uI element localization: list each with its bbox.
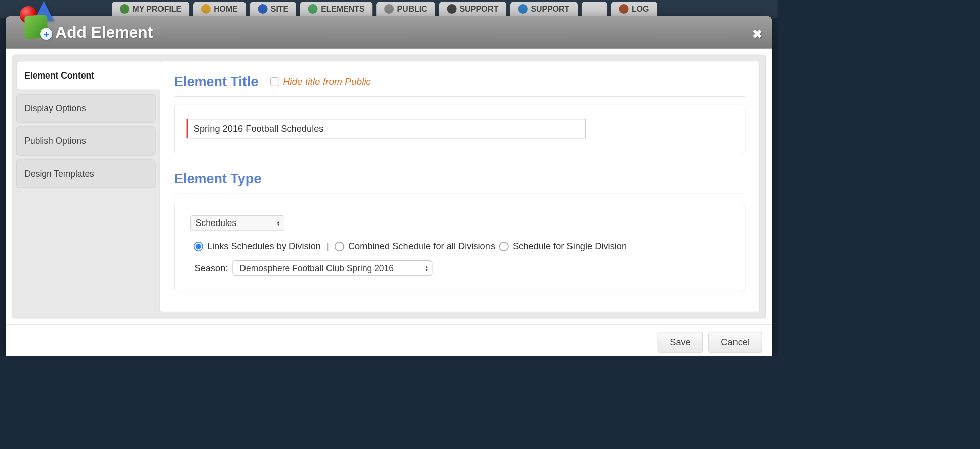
radio-links-by-division[interactable] — [194, 242, 203, 251]
add-element-modal: + Add Element ✖ Element Content Display … — [6, 16, 772, 356]
sidebar-tab-design-templates[interactable]: Design Templates — [16, 160, 156, 188]
hide-title-checkbox[interactable] — [270, 77, 279, 86]
season-label: Season: — [194, 263, 228, 273]
radio-separator: | — [326, 241, 329, 251]
modal-title: Add Element — [55, 23, 153, 41]
element-type-select[interactable]: Schedules — [190, 215, 284, 231]
element-title-input[interactable] — [187, 119, 586, 138]
save-button[interactable]: Save — [658, 332, 703, 353]
sidebar-tab-element-content[interactable]: Element Content — [16, 61, 160, 90]
element-type-box: Schedules ▲▼ Links Schedules by Division… — [174, 203, 745, 292]
hide-title-label: Hide title from Public — [283, 76, 371, 87]
radio-label-single-division: Schedule for Single Division — [513, 241, 627, 251]
radio-single-division[interactable] — [499, 242, 509, 251]
sidebar-tab-publish-options[interactable]: Publish Options — [16, 127, 156, 156]
close-icon[interactable]: ✖ — [752, 27, 762, 41]
main-content: Element Title Hide title from Public Ele… — [159, 61, 759, 312]
element-title-heading: Element Title — [174, 73, 258, 89]
radio-label-combined-schedule: Combined Schedule for all Divisions — [348, 241, 495, 251]
season-select[interactable]: Demosphere Football Club Spring 2016 — [233, 260, 433, 276]
sidebar: Element Content Display Options Publish … — [12, 55, 160, 318]
element-type-heading: Element Type — [174, 171, 745, 194]
radio-label-links-by-division: Links Schedules by Division — [207, 241, 321, 251]
modal-footer: Save Cancel — [6, 324, 772, 356]
modal-header: + Add Element ✖ — [6, 16, 772, 49]
sidebar-tab-display-options[interactable]: Display Options — [16, 94, 156, 122]
title-input-box — [174, 105, 745, 153]
cancel-button[interactable]: Cancel — [709, 332, 762, 353]
modal-body: Element Content Display Options Publish … — [12, 55, 766, 319]
radio-combined-schedule[interactable] — [335, 242, 344, 251]
add-element-icon: + — [20, 4, 55, 40]
